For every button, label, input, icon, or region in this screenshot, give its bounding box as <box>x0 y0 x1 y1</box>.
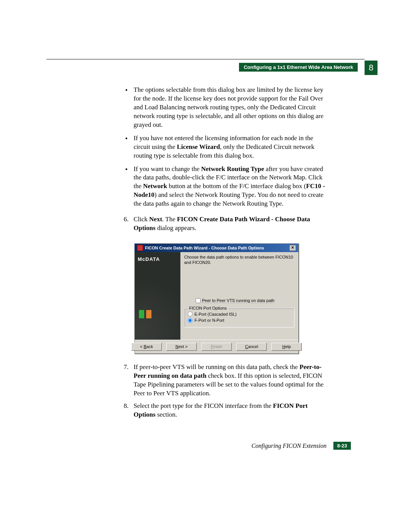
checkbox-label: Peer to Peer VTS running on data path <box>202 298 274 304</box>
dialog-sidebar: McDATA <box>135 252 180 340</box>
header-rule <box>46 59 365 59</box>
step-text: Select the port type for the FICON inter… <box>134 402 307 418</box>
finish-button: Finish <box>201 343 232 351</box>
page-footer: Configuring FICON Extension 8-23 <box>252 442 351 450</box>
cancel-button[interactable]: Cancel <box>236 343 267 351</box>
dialog-button-row: < Back Next > Finish Cancel Help <box>135 340 298 353</box>
numbered-list-continued: 7. If peer-to-peer VTS will be running o… <box>124 363 325 419</box>
step-text: If peer-to-peer VTS will be running on t… <box>134 363 323 397</box>
radio-fport[interactable]: F-Port or N-Port <box>188 318 291 323</box>
dialog-intro-text: Choose the data path options to enable b… <box>184 254 295 265</box>
bullet-text: The options selectable from this dialog … <box>134 86 323 128</box>
dialog-app-icon <box>137 245 143 251</box>
main-content: The options selectable from this dialog … <box>124 86 325 423</box>
help-button[interactable]: Help <box>271 343 302 351</box>
dialog-titlebar: FICON Create Data Path Wizard - Choose D… <box>135 244 298 252</box>
wizard-dialog: FICON Create Data Path Wizard - Choose D… <box>134 243 299 354</box>
step-7: 7. If peer-to-peer VTS will be running o… <box>124 363 325 398</box>
device-icons <box>139 310 152 319</box>
step-text: Click Next. The FICON Create Data Path W… <box>134 216 310 232</box>
checkbox-input[interactable] <box>196 298 201 303</box>
next-button[interactable]: Next > <box>166 343 197 351</box>
dialog-body: McDATA Choose the data path options to e… <box>135 252 298 340</box>
bullet-text: If you want to change the Network Routin… <box>134 165 325 208</box>
document-page: Configuring a 1x1 Ethernet Wide Area Net… <box>0 0 411 532</box>
section-header: Configuring a 1x1 Ethernet Wide Area Net… <box>239 63 365 72</box>
numbered-list: 6. Click Next. The FICON Create Data Pat… <box>124 215 325 233</box>
bullet-item: The options selectable from this dialog … <box>124 86 325 129</box>
brand-logo: McDATA <box>138 256 177 263</box>
step-6: 6. Click Next. The FICON Create Data Pat… <box>124 215 325 233</box>
fieldset-legend: FICON Port Options <box>188 305 228 311</box>
step-number: 6. <box>124 215 129 224</box>
footer-page-number: 8-23 <box>333 442 351 450</box>
bullet-item: If you have not entered the licensing in… <box>124 134 325 160</box>
radio-input[interactable] <box>188 318 193 323</box>
bullet-text: If you have not entered the licensing in… <box>134 134 314 159</box>
dialog-title-text: FICON Create Data Path Wizard - Choose D… <box>145 245 264 251</box>
footer-doc-title: Configuring FICON Extension <box>252 443 327 449</box>
peer-to-peer-checkbox[interactable]: Peer to Peer VTS running on data path <box>196 298 295 304</box>
bullet-item: If you want to change the Network Routin… <box>124 165 325 209</box>
radio-input[interactable] <box>188 312 193 316</box>
ficon-port-options-fieldset: FICON Port Options E-Port (Cascaded ISL)… <box>184 308 295 328</box>
step-number: 7. <box>124 363 129 372</box>
device-icon <box>146 310 152 319</box>
bullet-list: The options selectable from this dialog … <box>124 86 325 208</box>
section-title: Configuring a 1x1 Ethernet Wide Area Net… <box>239 63 358 72</box>
dialog-main: Choose the data path options to enable b… <box>180 252 298 340</box>
chapter-number-tab: 8 <box>365 61 378 75</box>
radio-label: E-Port (Cascaded ISL) <box>194 312 237 317</box>
device-icon <box>139 310 145 319</box>
radio-eport[interactable]: E-Port (Cascaded ISL) <box>188 312 291 317</box>
radio-label: F-Port or N-Port <box>194 318 224 323</box>
back-button[interactable]: < Back <box>131 343 162 351</box>
close-icon[interactable]: × <box>289 245 296 251</box>
step-8: 8. Select the port type for the FICON in… <box>124 402 325 419</box>
step-number: 8. <box>124 402 129 411</box>
